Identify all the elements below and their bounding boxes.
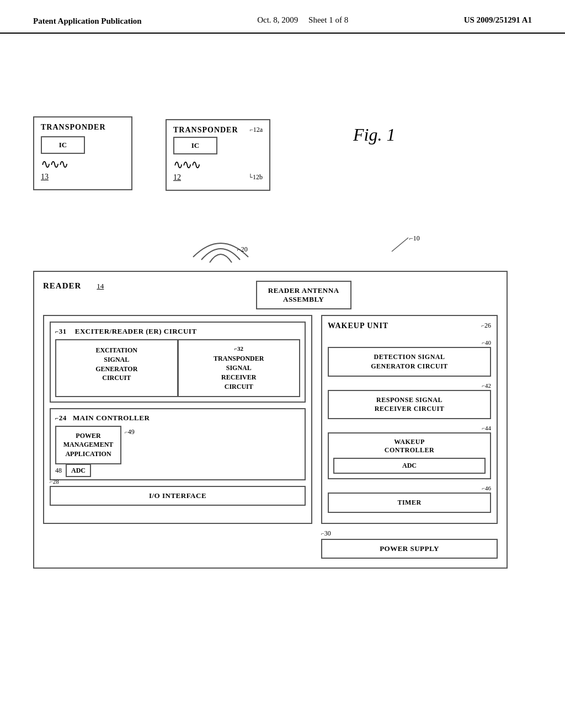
antenna-assembly-line1: READER ANTENNA: [268, 286, 339, 295]
transponder-12-box: TRANSPONDER ⌐12a IC ∿∿∿ 12 └12b: [166, 119, 270, 191]
er-circuit-box: ⌐31 EXCITER/READER (ER) CIRCUIT EXCITATI…: [50, 322, 306, 403]
wakeup-controller-box: WAKEUP CONTROLLER ADC: [328, 432, 491, 479]
pma-line3: APPLICATION: [62, 449, 115, 459]
excitation-line1: EXCITATION: [62, 346, 172, 355]
adc-box: ADC: [333, 458, 486, 474]
timer-wrapper: ⌐46 TIMER: [328, 485, 491, 513]
transponder-13-antenna: ∿∿∿: [41, 157, 125, 172]
main-content: TRANSPONDER IC ∿∿∿ 13 TRANSPONDER ⌐12a I…: [0, 34, 565, 706]
ref-12a-label: ⌐12a: [249, 126, 263, 134]
io-interface-box: I/O INTERFACE: [50, 486, 306, 506]
svg-text:⌐10: ⌐10: [409, 234, 420, 242]
transponder-13-box: TRANSPONDER IC ∿∿∿ 13: [33, 116, 132, 190]
ref-46-label: ⌐46: [328, 485, 491, 491]
power-management-app-box: POWER MANAGEMENT APPLICATION: [55, 426, 121, 464]
wakeup-controller-wrapper: ⌐44 WAKEUP CONTROLLER ADC: [328, 425, 491, 479]
ref-14: 14: [97, 282, 104, 290]
adc-box-inline: ADC: [66, 464, 91, 477]
ref-12: 12: [173, 173, 181, 182]
fig-1-label: Fig. 1: [353, 125, 395, 145]
response-signal-wrapper: ⌐42 RESPONSE SIGNAL RECEIVER CIRCUIT: [328, 382, 491, 420]
transponder-receiver-line2: SIGNAL: [184, 363, 294, 373]
reader-header-row: READER 14 READER ANTENNA ASSEMBLY: [43, 281, 498, 309]
detection-signal-wrapper: ⌐40 DETECTION SIGNAL GENERATOR CIRCUIT: [328, 339, 491, 377]
transponder-12-title: TRANSPONDER: [173, 126, 238, 135]
header-date: Oct. 8, 2009: [257, 15, 298, 24]
excitation-line4: CIRCUIT: [62, 373, 172, 383]
svg-line-1: [392, 238, 408, 251]
wakeup-unit-label: WAKEUP UNIT: [328, 322, 388, 330]
pma-line2: MANAGEMENT: [62, 440, 115, 449]
header-sheet: Sheet 1 of 8: [308, 15, 348, 24]
left-column: ⌐31 EXCITER/READER (ER) CIRCUIT EXCITATI…: [43, 315, 312, 524]
main-controller-title: ⌐24 MAIN CONTROLLER: [55, 414, 300, 422]
ref-24: 24: [59, 414, 67, 422]
ref-42-label: ⌐42: [328, 382, 491, 389]
transponder-receiver-line3: RECEIVER: [184, 373, 294, 382]
wakeup-header: WAKEUP UNIT ⌐26: [328, 322, 491, 335]
transponder-13-ic: IC: [41, 136, 85, 154]
response-line2: RECEIVER CIRCUIT: [334, 404, 484, 414]
transponder-receiver-line1: TRANSPONDER: [184, 354, 294, 363]
transponder-receiver-box: ⌐32 TRANSPONDER SIGNAL RECEIVER CIRCUIT: [178, 339, 301, 397]
detection-line1: DETECTION SIGNAL: [334, 352, 484, 362]
pma-line1: POWER: [62, 431, 115, 441]
power-supply-box: POWER SUPPLY: [321, 539, 498, 559]
excitation-signal-box: EXCITATION SIGNAL GENERATOR CIRCUIT: [55, 339, 178, 397]
response-line1: RESPONSE SIGNAL: [334, 395, 484, 405]
ref-40-label: ⌐40: [328, 339, 491, 346]
transponder-receiver-line4: CIRCUIT: [184, 382, 294, 392]
header-publication-label: Patent Application Publication: [33, 15, 142, 27]
timer-box: TIMER: [328, 493, 491, 513]
ref-13: 13: [41, 173, 125, 181]
main-diagram-box: READER 14 READER ANTENNA ASSEMBLY ⌐31: [33, 271, 508, 569]
diagram-body: ⌐31 EXCITER/READER (ER) CIRCUIT EXCITATI…: [43, 315, 498, 524]
detection-line2: GENERATOR CIRCUIT: [334, 362, 484, 371]
reader-antenna-assembly-box: READER ANTENNA ASSEMBLY: [256, 281, 351, 309]
main-controller-box: ⌐24 MAIN CONTROLLER POWER MANAGEMENT APP…: [50, 408, 306, 480]
ref-31: 31: [59, 327, 67, 335]
right-column: WAKEUP UNIT ⌐26 ⌐40 DETECTION SIGNAL GEN…: [321, 315, 498, 524]
reader-label: READER: [43, 281, 81, 290]
wireless-signal-svg: ⌐20: [166, 229, 276, 268]
ref-28-label: ⌐28: [50, 478, 59, 485]
er-circuit-title: ⌐31 EXCITER/READER (ER) CIRCUIT: [55, 327, 300, 336]
antenna-assembly-line2: ASSEMBLY: [268, 295, 339, 304]
header-patent-number: US 2009/251291 A1: [464, 15, 532, 25]
ref-12b-label: └12b: [248, 173, 263, 181]
power-supply-row: ⌐30 POWER SUPPLY: [43, 529, 498, 559]
excitation-line2: SIGNAL: [62, 355, 172, 365]
transponder-12-antenna: ∿∿∿: [173, 158, 263, 172]
wakeup-ctrl-title: WAKEUP CONTROLLER: [333, 438, 486, 454]
svg-text:⌐20: ⌐20: [237, 245, 248, 253]
response-signal-box: RESPONSE SIGNAL RECEIVER CIRCUIT: [328, 390, 491, 420]
excitation-line3: GENERATOR: [62, 365, 172, 374]
detection-signal-box: DETECTION SIGNAL GENERATOR CIRCUIT: [328, 347, 491, 377]
page-header: Patent Application Publication Oct. 8, 2…: [0, 0, 565, 34]
ref-10-arrow: ⌐10: [375, 232, 441, 260]
ref-26-label: ⌐26: [481, 322, 491, 330]
ref-44-label: ⌐44: [328, 425, 491, 431]
io-interface-wrapper: ⌐28 I/O INTERFACE: [50, 486, 306, 506]
header-date-sheet: Oct. 8, 2009 Sheet 1 of 8: [257, 15, 348, 25]
ref-48-area: 48 ADC: [55, 467, 300, 475]
ref-49-label: ⌐49: [125, 428, 135, 436]
power-supply-wrapper: ⌐30 POWER SUPPLY: [321, 529, 498, 559]
ref-30-label: ⌐30: [321, 529, 498, 538]
ref-32-label: ⌐32: [184, 345, 294, 353]
transponder-13-title: TRANSPONDER: [41, 123, 125, 132]
transponder-12-ic: IC: [173, 137, 217, 154]
er-inner: EXCITATION SIGNAL GENERATOR CIRCUIT ⌐32 …: [55, 339, 300, 397]
